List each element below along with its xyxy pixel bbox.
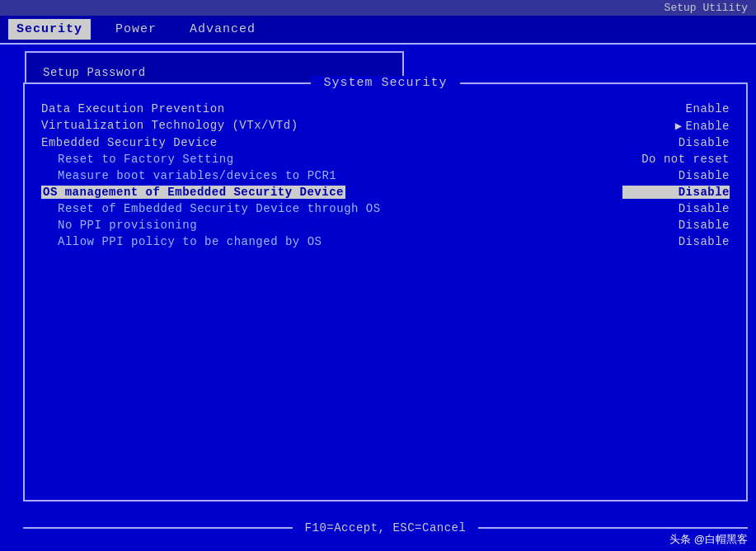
- dialog-content: Data Execution Prevention Enable Virtual…: [25, 90, 746, 264]
- row-value-1[interactable]: Enable: [622, 119, 730, 133]
- row-label-6[interactable]: Reset of Embedded Security Device throug…: [41, 202, 381, 215]
- row-value-0[interactable]: Enable: [622, 102, 730, 115]
- bottom-bar: F10=Accept, ESC=Cancel: [23, 521, 748, 535]
- row-label-2[interactable]: Embedded Security Device: [41, 136, 218, 149]
- table-row: Reset of Embedded Security Device throug…: [41, 202, 730, 215]
- row-value-4[interactable]: Disable: [622, 169, 730, 182]
- row-label-5[interactable]: OS management of Embedded Security Devic…: [41, 186, 345, 199]
- table-row: Data Execution Prevention Enable: [41, 102, 730, 115]
- table-row: Measure boot variables/devices to PCR1 D…: [41, 169, 730, 182]
- row-label-7[interactable]: No PPI provisioning: [41, 219, 197, 232]
- table-row: No PPI provisioning Disable: [41, 219, 730, 232]
- table-row: Reset to Factory Setting Do not reset: [41, 153, 730, 166]
- title-text: Setup Utility: [664, 2, 748, 14]
- table-row: OS management of Embedded Security Devic…: [41, 186, 730, 199]
- menu-item-power[interactable]: Power: [107, 19, 165, 40]
- system-security-dialog: System Security Data Execution Preventio…: [23, 82, 748, 502]
- row-value-6[interactable]: Disable: [622, 202, 730, 215]
- title-line-right: [460, 82, 738, 84]
- bottom-line-right: [478, 527, 748, 529]
- row-label-8[interactable]: Allow PPI policy to be changed by OS: [41, 235, 322, 248]
- row-value-5[interactable]: Disable: [622, 186, 730, 199]
- row-label-4[interactable]: Measure boot variables/devices to PCR1: [41, 169, 336, 182]
- top-menu-bar: Security Power Advanced: [0, 16, 756, 45]
- dialog-title-bar: System Security: [25, 76, 746, 90]
- row-value-7[interactable]: Disable: [622, 219, 730, 232]
- row-label-0[interactable]: Data Execution Prevention: [41, 102, 225, 115]
- bottom-bar-text: F10=Accept, ESC=Cancel: [293, 521, 479, 535]
- row-label-3[interactable]: Reset to Factory Setting: [41, 153, 234, 166]
- table-row: Allow PPI policy to be changed by OS Dis…: [41, 235, 730, 248]
- title-bar: Setup Utility: [0, 0, 756, 16]
- dialog-title-text: System Security: [311, 76, 459, 90]
- watermark: 头条 @白帽黑客: [669, 532, 748, 547]
- row-label-1[interactable]: Virtualization Technology (VTx/VTd): [41, 119, 298, 132]
- menu-item-advanced[interactable]: Advanced: [181, 19, 264, 40]
- table-row: Virtualization Technology (VTx/VTd) Enab…: [41, 119, 730, 133]
- bottom-line-left: [23, 527, 293, 529]
- row-value-3[interactable]: Do not reset: [622, 153, 730, 166]
- row-value-8[interactable]: Disable: [622, 235, 730, 248]
- title-line-left: [33, 82, 311, 84]
- menu-item-security[interactable]: Security: [8, 19, 91, 40]
- row-value-2[interactable]: Disable: [622, 136, 730, 149]
- table-row: Embedded Security Device Disable: [41, 136, 730, 149]
